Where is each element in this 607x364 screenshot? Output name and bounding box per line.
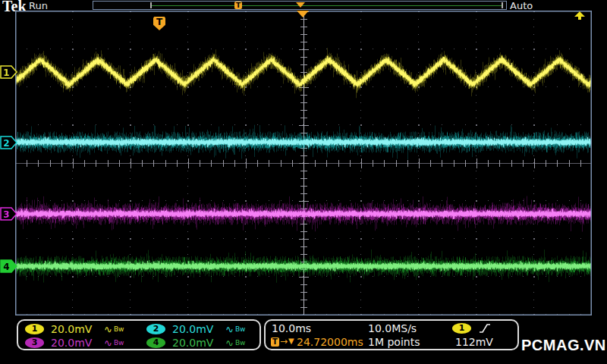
rising-edge-icon[interactable] <box>479 323 491 334</box>
channel-readout-row-2: 3 20.0mV ∿Bw 4 20.0mV ∿Bw <box>23 336 259 350</box>
channel-readout-box: 1 20.0mV ∿Bw 2 20.0mV ∿Bw 3 20.0mV ∿Bw 4… <box>17 319 261 350</box>
ch4-coupling-bw-icon: ∿Bw <box>225 337 266 349</box>
trigger-level-offscreen-arrow-icon <box>574 11 586 20</box>
record-window-line <box>151 5 503 6</box>
waveform-display <box>15 11 592 315</box>
svg-text:1: 1 <box>3 67 9 78</box>
ch2-badge[interactable]: 2 <box>146 324 165 334</box>
run-status: Run <box>29 0 48 11</box>
expansion-point-icon <box>297 11 309 17</box>
record-expansion-point-icon <box>296 2 305 8</box>
ch1-scale[interactable]: 20.0mV <box>51 323 104 335</box>
trigger-level-readout[interactable]: 112mV <box>455 336 493 348</box>
ch4-badge[interactable]: 4 <box>146 337 165 348</box>
trigger-arrow-icon: → <box>280 336 288 347</box>
window-bracket-right-icon <box>502 2 503 8</box>
channel-readout-row-1: 1 20.0mV ∿Bw 2 20.0mV ∿Bw <box>23 322 259 336</box>
horizontal-trigger-readout-box: 10.0ms 10.0MS/s 1 T → ▼ 24.72000ms 1M po… <box>264 319 519 350</box>
record-length: 1M points <box>368 336 420 348</box>
trigger-t-icon: T <box>271 337 279 347</box>
channel-2-marker[interactable]: 2 <box>0 135 18 150</box>
svg-text:2: 2 <box>3 137 9 148</box>
watermark: PCMAG.VN <box>521 337 606 354</box>
record-view-bar[interactable]: T <box>93 1 507 10</box>
trigger-position-readout[interactable]: 24.72000ms <box>297 336 363 348</box>
svg-text:3: 3 <box>3 209 9 220</box>
channel-3-marker[interactable]: 3 <box>0 206 18 221</box>
window-bracket-left-icon <box>150 2 152 8</box>
ch1-coupling-bw-icon: ∿Bw <box>104 324 144 335</box>
svg-text:4: 4 <box>3 262 9 272</box>
trigger-marker-icon: ▼ <box>288 337 294 345</box>
ch3-coupling-bw-icon: ∿Bw <box>104 337 144 349</box>
ch3-badge[interactable]: 3 <box>25 337 44 348</box>
ch3-scale[interactable]: 20.0mV <box>51 337 104 349</box>
channel-4-marker[interactable]: 4 <box>0 259 18 274</box>
record-trigger-position-icon: T <box>234 2 242 9</box>
channel-1-marker[interactable]: 1 <box>0 64 18 80</box>
trigger-mode-status: Auto <box>510 0 533 11</box>
ch1-badge[interactable]: 1 <box>25 324 44 334</box>
sample-rate: 10.0MS/s <box>368 322 417 334</box>
ch2-coupling-bw-icon: ∿Bw <box>225 324 266 335</box>
ch4-scale[interactable]: 20.0mV <box>172 337 225 349</box>
trigger-source-badge[interactable]: 1 <box>452 323 471 334</box>
time-per-div[interactable]: 10.0ms <box>272 322 311 334</box>
ch2-scale[interactable]: 20.0mV <box>172 323 225 335</box>
